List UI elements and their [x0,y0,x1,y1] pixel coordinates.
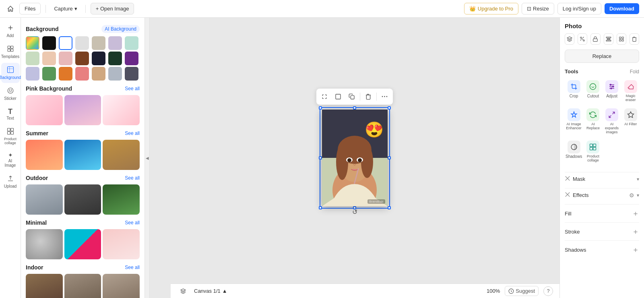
color-swatch-peach[interactable] [42,52,56,65]
ai-enhancer-tool[interactable]: AI Image Enhancer [565,106,583,137]
effects-settings-icon[interactable]: ⚙ [629,192,634,199]
delete-button[interactable] [362,90,375,103]
outdoor-thumb-1[interactable] [26,184,63,215]
stroke-add-button[interactable]: ＋ [632,227,639,236]
sidebar-item-add[interactable]: Add [1,21,20,41]
handle-bottom-right[interactable] [388,206,391,209]
shadows-tool[interactable]: Shadows [565,138,583,165]
selected-image-container[interactable]: 😍 BrandEdit ↺ [322,110,388,206]
product-collage-tool[interactable]: Product collage [584,138,602,165]
effects-header[interactable]: Effects ⚙ ▾ [565,188,639,202]
layer-icon[interactable] [565,33,574,45]
home-icon[interactable] [5,3,16,14]
transform-button[interactable] [318,90,331,103]
suggest-button[interactable]: Suggest [505,286,539,296]
sidebar-item-templates[interactable]: Templates [1,42,20,62]
pink-bg-thumb-3[interactable] [103,95,140,125]
color-swatch-lavender[interactable] [108,36,122,50]
minimal-thumb-2[interactable] [64,229,101,259]
color-swatch-white[interactable] [59,36,72,50]
layers-button[interactable] [177,287,189,296]
color-swatch-light-lavender[interactable] [26,67,39,81]
indoor-thumb-2[interactable] [64,274,101,298]
minimal-thumb-1[interactable] [26,229,63,259]
delete-icon[interactable] [630,33,639,45]
login-button[interactable]: Log in/Sign up [557,3,601,14]
color-swatch-light-pink[interactable] [59,52,72,65]
sidebar-item-text[interactable]: T Text [1,105,20,124]
more-button[interactable]: ··· [378,90,391,103]
ai-replace-tool[interactable]: AI Replace [584,106,602,137]
pink-bg-thumb-2[interactable] [64,95,101,125]
color-swatch-dark-navy[interactable] [92,52,105,65]
color-swatch-charcoal[interactable] [125,67,138,81]
handle-top-center[interactable] [353,106,356,110]
sidebar-item-sticker[interactable]: Sticker [1,84,20,104]
magic-eraser-tool[interactable]: Magic eraser [622,78,639,104]
ai-expand-tool[interactable]: AI expands images [603,106,621,137]
minimal-thumb-3[interactable] [103,229,140,259]
align-icon[interactable] [604,33,613,45]
color-swatch-warm-gray[interactable] [92,36,105,50]
help-button[interactable]: ? [543,286,553,296]
color-swatch-pale-green[interactable] [26,52,39,65]
canvas-image-wrapper[interactable]: ··· [322,110,388,206]
fill-add-button[interactable]: ＋ [632,209,639,218]
replace-button[interactable]: Replace [565,50,639,63]
indoor-thumb-3[interactable] [103,274,140,298]
color-swatch-gradient[interactable] [26,36,39,50]
color-swatch-black[interactable] [42,36,56,50]
handle-middle-right[interactable] [388,156,391,159]
lock-icon[interactable] [590,33,600,45]
color-swatch-orange[interactable] [59,67,72,81]
color-swatch-mint[interactable] [125,36,138,50]
crop-tool[interactable]: Crop [565,78,583,104]
canvas-area[interactable]: ··· [150,18,559,298]
color-swatch-steel[interactable] [108,67,122,81]
color-swatch-pink[interactable] [75,67,89,81]
tools-fold-button[interactable]: Fold [630,69,639,74]
duplicate-button[interactable] [345,90,358,103]
handle-bottom-left[interactable] [319,206,322,209]
color-swatch-purple[interactable] [125,52,138,65]
sidebar-item-ai-image[interactable]: ✦ AI Image [1,149,20,171]
sidebar-item-upload[interactable]: Upload [1,172,20,192]
summer-thumb-3[interactable] [103,140,140,170]
summer-see-all[interactable]: See all [125,130,140,136]
rotate-handle[interactable]: ↺ [352,208,357,216]
color-swatch-medium-green[interactable] [42,67,56,81]
canvas-label[interactable]: Canvas 1/1 ▲ [194,288,227,294]
outdoor-see-all[interactable]: See all [125,175,140,181]
indoor-see-all[interactable]: See all [125,265,140,270]
collapse-panel-button[interactable]: ◀ [145,18,150,298]
indoor-thumb-1[interactable] [26,274,63,298]
minimal-see-all[interactable]: See all [125,220,140,226]
upgrade-button[interactable]: 👑 Upgrade to Pro [464,3,518,14]
handle-middle-left[interactable] [319,156,322,159]
capture-button[interactable]: Capture ▾ [51,4,80,13]
open-image-button[interactable]: + Open Image [91,3,134,14]
pink-bg-see-all[interactable]: See all [125,86,140,91]
ai-filter-tool[interactable]: AI Filter [622,106,639,137]
outdoor-thumb-3[interactable] [103,184,140,215]
handle-top-left[interactable] [319,106,322,110]
cutout-tool[interactable]: Cutout [584,78,602,104]
handle-top-right[interactable] [388,106,391,110]
color-swatch-brown[interactable] [75,52,89,65]
group-icon[interactable] [617,33,626,45]
color-swatch-light-gray[interactable] [75,36,89,50]
color-swatch-skin[interactable] [92,67,105,81]
summer-thumb-1[interactable] [26,140,63,170]
photo-image[interactable]: 😍 BrandEdit [322,110,388,206]
summer-thumb-2[interactable] [64,140,101,170]
frame-button[interactable] [332,90,345,103]
download-button[interactable]: Download [605,3,639,14]
resize-button[interactable]: ⊡ Resize [522,3,554,14]
sidebar-item-product-collage[interactable]: Product collage [1,124,20,148]
pink-bg-thumb-1[interactable] [26,95,63,125]
files-button[interactable]: Files [19,3,41,14]
color-swatch-dark-green[interactable] [108,52,122,65]
outdoor-thumb-2[interactable] [64,184,101,215]
ai-background-button[interactable]: AI Background [101,25,140,33]
adjust-tool[interactable]: Adjust [603,78,621,104]
